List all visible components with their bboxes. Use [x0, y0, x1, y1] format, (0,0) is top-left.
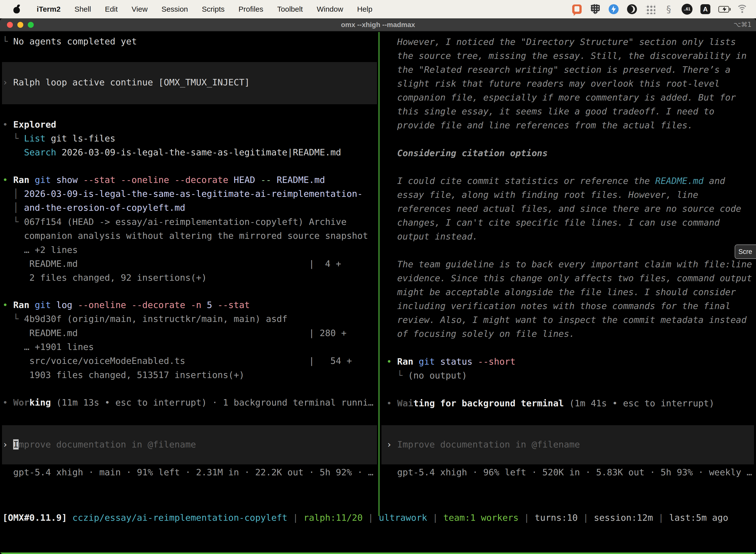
terminal-line: changes, I can't cite specific file line… [386, 216, 756, 230]
terminal-line: the source tree, missing the essay. Stil… [386, 49, 756, 63]
menu-item-profiles[interactable]: Profiles [232, 5, 270, 13]
iterm-window: omx --xhigh --madmax ⌥⌘1 └ No agents com… [0, 18, 756, 554]
menu-item-iterm2[interactable]: iTerm2 [30, 5, 67, 13]
zap-badge-icon[interactable] [608, 4, 619, 15]
terminal-line: • Ran git log --oneline --decorate -n 5 … [2, 298, 378, 312]
menu-item-help[interactable]: Help [350, 5, 379, 13]
terminal-line: └ 067f154 (HEAD -> essay/ai-reimplementa… [2, 215, 378, 229]
menu-status-icons: § ..61 A [571, 4, 748, 15]
apple-logo-icon[interactable] [13, 5, 20, 13]
terminal-line: including verification notes with those … [386, 299, 756, 313]
terminal-line: essay file, along with finding root file… [386, 188, 756, 202]
terminal-line: references need actual files, and since … [386, 202, 756, 216]
terminal-line: │ and-the-erosion-of-copyleft.md [2, 201, 378, 215]
wifi-icon[interactable] [737, 4, 748, 15]
dots-grid-icon[interactable] [645, 4, 656, 15]
terminal-line: companion file, especially if more comme… [386, 91, 756, 105]
tmux-host-clock: "MacBook-Pro-44.local" 04:52 31-Mar-26 [550, 553, 756, 554]
window-title-bar[interactable]: omx --xhigh --madmax ⌥⌘1 [0, 18, 756, 32]
terminal-line: gpt-5.4 xhigh · 96% left · 520K in · 5.8… [386, 465, 756, 479]
terminal-line: … +1901 lines [2, 340, 378, 354]
terminal-line: slight risk that future readers may over… [386, 77, 756, 91]
terminal-line: src/voice/voiceModeEnabled.ts | 54 + [2, 354, 378, 368]
moon-icon[interactable] [627, 4, 637, 15]
menu-item-scripts[interactable]: Scripts [195, 5, 232, 13]
terminal-line: • Ran git show --stat --oneline --decora… [2, 173, 378, 187]
right-pane[interactable]: However, I noticed the "Directory Struct… [384, 32, 756, 511]
menu-item-session[interactable]: Session [154, 5, 195, 13]
screen-share-pill[interactable]: Scre [735, 244, 756, 259]
terminal-line: The team guideline is to back every impo… [386, 258, 756, 271]
omx-status-line: [OMX#0.11.9] cczip/essay/ai-reimplementa… [2, 511, 728, 525]
terminal-line: this single essay, it seems like a good … [386, 105, 756, 118]
terminal-line: Considering citation options [386, 146, 756, 160]
menu-item-shell[interactable]: Shell [67, 5, 98, 13]
terminal-line: › Improve documentation in @filename [2, 438, 378, 451]
left-pane[interactable]: └ No agents completed yet› Ralph loop ac… [0, 32, 378, 511]
terminal-line: README.md | 4 + [2, 257, 378, 271]
terminal-line: › Improve documentation in @filename [386, 438, 756, 451]
terminal-line: › Ralph loop active continue [OMX_TMUX_I… [2, 75, 378, 89]
terminal-area: └ No agents completed yet› Ralph loop ac… [0, 32, 756, 554]
menu-items: iTerm2ShellEditViewSessionScriptsProfile… [30, 5, 379, 13]
terminal-line: gpt-5.4 xhigh · main · 91% left · 2.31M … [2, 465, 378, 479]
terminal-line: provide file and line references from th… [386, 118, 756, 132]
terminal-line: └ 4b9d30f (origin/main, instructkr/main,… [2, 312, 378, 326]
terminal-line: output instead. [386, 230, 756, 243]
terminal-line: companion analysis without altering the … [2, 229, 378, 243]
terminal-line: └ (no output) [386, 369, 756, 383]
terminal-line: the "Related research writing" section i… [386, 63, 756, 77]
terminal-line: of focusing solely on file lines. [386, 327, 756, 341]
tmux-status-bar: [omx-cczip0:bash* "MacBook-Pro-44.local"… [0, 553, 756, 554]
terminal-line: review. Also, I might want to inspect th… [386, 313, 756, 327]
terminal-line: • Working (11m 13s • esc to interrupt) ·… [2, 396, 378, 409]
hook-icon[interactable]: § [663, 4, 674, 15]
menu-item-edit[interactable]: Edit [98, 5, 125, 13]
terminal-line: 1903 files changed, 513517 insertions(+) [2, 368, 378, 382]
terminal-line: └ List git ls-files [2, 131, 378, 146]
screen-recording-icon[interactable] [571, 4, 582, 15]
menu-item-window[interactable]: Window [310, 5, 350, 13]
terminal-line: 2 files changed, 92 insertions(+) [2, 271, 378, 285]
terminal-line: • Explored [2, 118, 378, 131]
battery-badge-icon[interactable]: ..61 [682, 4, 693, 15]
menu-item-toolbelt[interactable]: Toolbelt [270, 5, 310, 13]
terminal-line: Search 2026-03-09-is-legal-the-same-as-l… [2, 146, 378, 159]
battery-charging-icon[interactable] [718, 4, 729, 15]
shield-icon[interactable] [590, 4, 601, 15]
menu-bar: iTerm2ShellEditViewSessionScriptsProfile… [0, 0, 756, 18]
terminal-line: However, I noticed the "Directory Struct… [386, 35, 756, 49]
terminal-line: • Ran git status --short [386, 355, 756, 369]
pane-divider[interactable] [378, 32, 379, 516]
menu-item-view[interactable]: View [125, 5, 154, 13]
terminal-line: I could cite commit statistics or refere… [386, 174, 756, 188]
terminal-line: might be acceptable alongside the file l… [386, 285, 756, 299]
terminal-line: README.md | 280 + [2, 326, 378, 340]
terminal-line: • Waiting for background terminal (1m 41… [386, 396, 756, 410]
window-title: omx --xhigh --madmax [0, 18, 756, 32]
window-shortcut: ⌥⌘1 [734, 18, 752, 32]
tmux-session-label: [omx-cczip0:bash* [0, 553, 94, 554]
input-source-icon[interactable]: A [700, 4, 711, 15]
terminal-line: └ No agents completed yet [2, 35, 378, 48]
terminal-line: evidence. Since this change only affects… [386, 271, 756, 285]
terminal-line: │ 2026-03-09-is-legal-the-same-as-legiti… [2, 187, 378, 201]
terminal-line: … +2 lines [2, 243, 378, 257]
